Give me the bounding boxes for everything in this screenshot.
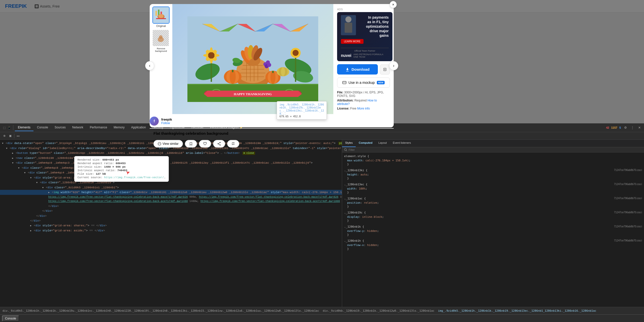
dom-line[interactable]: ▼ <div class="_9zid0k5 _1286nb1o1 _1286n… [0,185,342,190]
style-prop-3[interactable]: position: relative; [344,201,642,205]
download-button[interactable]: Download [337,64,378,75]
modal: × ‹ › [150,4,394,127]
style-source-5: 71247ce796ab8b70.css:i [614,225,642,229]
share-button[interactable] [213,140,225,148]
svg-rect-55 [272,71,274,73]
flag-button[interactable] [227,140,239,148]
dom-line[interactable]: </div> [0,218,342,223]
dom-line[interactable]: </div> [0,208,342,213]
dom-line[interactable]: ▶ <nav class="_1286nb190 _1286nb19a"> ==… [0,156,342,161]
style-rule-6: ._1286nb1h { 71247ce796ab8b70.css:i over… [344,239,642,251]
console-tab-area: Console [0,314,644,322]
svg-point-68 [267,63,271,67]
svg-line-92 [346,150,347,151]
style-rule-element: element.style { max-width: calc(-276.184… [344,155,642,166]
settings-icon[interactable]: ⚙ [623,125,628,130]
style-rule-5: ._1286nb1k { 71247ce796ab8b70.css:i over… [344,225,642,237]
right-panel: ADS [333,4,394,114]
ads-learn-more-button[interactable]: LEARN MORE [341,39,364,44]
elements-tab[interactable]: Elements [15,124,33,131]
style-prop-5[interactable]: overflow-y: hidden; [344,229,642,233]
sources-tab[interactable]: Sources [52,124,69,131]
close-button[interactable]: × [390,1,397,8]
breadcrumb-item-3[interactable]: img_.9zid0k5._1286nb1h._1286nb1k._1286nb… [438,309,596,312]
dom-line[interactable]: ▼ <div style="grid-area: preview;"> [0,175,342,180]
style-prop-1[interactable]: height: auto; [344,173,642,176]
devtools-cursor-icon[interactable]: ⬚ [2,125,7,130]
styles-panel: Styles Computed Layout Event listeners e… [342,140,644,307]
author-row: f freepik Follow [150,114,394,128]
image-panel: HAPPY THANKSGIVING img_.9zid0k5._1286nb1… [172,4,333,114]
more-icon[interactable]: ⋮ [630,125,635,130]
license-link[interactable]: More info [357,107,370,110]
action-row: View similar [150,138,394,150]
style-selector-4: ._1286nb19c { [344,211,366,214]
prev-button[interactable]: ‹ [145,61,154,70]
console-button[interactable]: Console [2,315,19,321]
remove-bg-thumb[interactable] [152,29,169,47]
console-tab[interactable]: Console [34,124,51,131]
dom-line[interactable]: </div> [0,213,342,218]
author-name: freepik [161,118,172,121]
dom-line[interactable]: ▼ <div class="_1mhm4qc8 _1mhm4qc3 _1mhm4… [0,165,342,170]
style-prop-6[interactable]: overflow-x: hidden; [344,243,642,247]
mockup-button[interactable]: Use in a mockup NEW [337,78,390,88]
warning-count: 1157 [611,126,617,129]
svg-point-29 [203,54,208,57]
network-tab[interactable]: Network [69,124,86,131]
dom-line[interactable]: ▼ <div class="_1286nb1h _1286nb1m _1286n… [0,180,342,185]
svg-point-25 [208,52,215,59]
performance-tab[interactable]: Performance [87,124,110,131]
follow-link[interactable]: Follow [161,121,172,125]
breadcrumb-item-2[interactable]: div._9zid0kb._1286nb19._1286nb1k._1286nb… [323,309,434,312]
error-count: 42 [606,126,609,129]
original-label: Original [152,24,170,27]
svg-rect-51 [232,70,233,72]
device-toggle-icon[interactable]: ▣ [8,134,13,138]
application-tab[interactable]: Application [128,124,149,131]
svg-point-84 [159,144,160,144]
dom-line[interactable]: ▼ <div class="_1mhm4qc4 _1mhm4qcl _1mhm4… [0,170,342,175]
style-prop-4[interactable]: display: inline-block; [344,215,642,219]
svg-text:HAPPY THANKSGIVING: HAPPY THANKSGIVING [234,92,272,96]
new-badge: NEW [377,81,385,84]
elements-panel: ▼ <div data-state="open" class="_btqskg4… [0,140,342,307]
styles-content: element.style { max-width: calc(-276.184… [342,153,644,307]
style-source-2: 71247ce796ab8b70.css:i [614,183,642,187]
svg-point-77 [345,16,351,22]
dots-icon[interactable]: ••• [16,134,20,138]
breadcrumb-item-1[interactable]: div._9zid0k5._1286nb1h._1286nb1k._1286nb… [3,309,319,312]
dom-line[interactable]: ▶ <button type="button" class="_1286nb14… [0,151,342,156]
dom-line-url[interactable]: https://img.freepik.com/free-vector/flat… [0,195,342,199]
style-property[interactable]: max-width: calc(-276.184px + 150.1vh); [344,159,642,162]
main-image: HAPPY THANKSGIVING [172,4,333,114]
memory-tab[interactable]: Memory [111,124,128,131]
style-source-4: 71247ce796ab8b70.css:i [614,211,642,215]
breadcrumb: div._9zid0k5._1286nb1h._1286nb1k._1286nb… [3,309,596,312]
svg-rect-6 [156,18,166,19]
element-picker-icon[interactable]: ⊕ [2,134,7,138]
heart-button[interactable] [199,140,211,148]
bookmark-button[interactable] [185,140,197,148]
next-button[interactable]: › [389,61,398,70]
svg-point-5 [158,14,164,18]
original-thumb[interactable] [152,7,170,24]
svg-point-28 [210,58,213,63]
ads-text: In payments as in F1, tiny optimizations… [358,15,389,38]
download-icon-button[interactable] [380,64,390,75]
dom-line[interactable]: </div> [0,204,342,208]
ads-label: ADS [337,8,390,11]
devtools-panel: ⬚ 📱 Elements Console Sources Network Per… [0,123,644,322]
selected-dom-line[interactable]: ▶ <img width="626" height="417" alt="Fl"… [0,190,342,195]
close-devtools-icon[interactable]: ✕ [637,125,642,130]
dom-line-shares[interactable]: ▶ <div style="grid-area: shares;"> == </… [0,223,342,228]
devtools-mobile-icon[interactable]: 📱 [7,125,12,130]
style-prop-2[interactable]: width: 100%; [344,187,642,191]
dom-line-url2[interactable]: https://img.freepik.com/free-vector/flat… [0,199,342,204]
svg-line-90 [218,144,220,145]
nuvei-section: Official Team Partner nuvei AMG PETRONAS… [341,46,389,58]
view-similar-button[interactable]: View similar [153,140,183,148]
dom-line[interactable]: ▼ <div class="_1mhm4qc8 _1mhm4qc3 _1286n… [0,160,342,165]
info-count: 5 [619,126,621,129]
dom-line-aside[interactable]: ▶ <div style="grid-area: aside;"> == </d… [0,228,342,233]
